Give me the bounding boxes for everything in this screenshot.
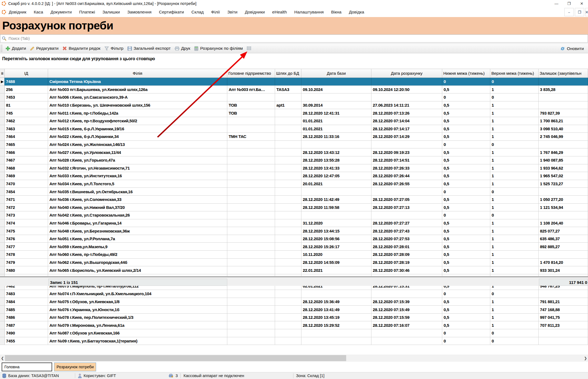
menu-item-філії[interactable]: Філії <box>211 10 220 15</box>
scroll-right-icon[interactable]: ❯ <box>583 355 588 362</box>
group-by-zone[interactable]: Перетягніть заголовок колонки сюди для у… <box>0 53 588 69</box>
cell <box>227 306 275 313</box>
table-row[interactable]: ▶7488Смірнова Тетяна Юрьївна00 <box>0 78 588 86</box>
table-row[interactable]: 7467Апт №028 г.Киев, ул.Горького,47а28.1… <box>0 156 588 164</box>
mdi-minimize-button[interactable]: – <box>564 8 574 16</box>
status-counter: 3 <box>175 374 178 378</box>
column-header-6[interactable]: Нижня межа (тижень) <box>442 69 490 78</box>
filter-button[interactable]: Фільтр <box>102 45 125 52</box>
edit-button[interactable]: Редагувати <box>28 45 60 52</box>
table-row[interactable]: 7486Апт №078 г.Киев, пер.Политехнический… <box>0 314 588 322</box>
table-row[interactable]: 7466Апт №027 г.Киев, ул.Урловская,11/442… <box>0 148 588 156</box>
column-header-7[interactable]: Верхня межа (тижень) <box>490 69 539 78</box>
print-button[interactable]: Друк <box>173 45 192 52</box>
column-header-0[interactable]: ІД <box>5 69 48 78</box>
cell: 1 940 087,85 <box>539 156 588 164</box>
cell: Апт №003 пгт.Барышевка, ул.Киевский шлях… <box>48 86 227 93</box>
menu-item-платежі[interactable]: Платежі <box>79 10 95 15</box>
table-row[interactable]: 7476Апт №051 г.Киев, ул.Р.Роллана,7а28.1… <box>0 235 588 243</box>
menu-item-довідка[interactable]: Довідка <box>349 10 364 15</box>
status-cash-register: Кассовый аппарат не подключен <box>183 374 244 378</box>
export-button[interactable]: Загальний експорт <box>125 45 173 52</box>
table-row[interactable]: 745Апт №011 г.Киев, пр-т.Победы,142аТОВ2… <box>0 109 588 117</box>
table-row[interactable]: 7474Апт №046 г.Бровары, ул.Гагарина,1431… <box>0 219 588 227</box>
table-row[interactable]: 7490Апт №087 г.Обухов ул.Киевская,16600 <box>0 329 588 337</box>
branch-calc-button[interactable]: Розрахунок по філіям <box>192 45 245 52</box>
table-row[interactable]: 7453Апт №006 г.Киев, ул.Саксаганского,39… <box>0 93 588 101</box>
table-row[interactable]: 7465Апт №024 г.Киев, ул.Жилянская,146/13… <box>0 141 588 149</box>
table-row[interactable]: 81Апт №010 г.Березань, ул. Шевченковский… <box>0 101 588 109</box>
table-row[interactable]: 7479Апт №062 г.Киев, ул.Вышгородская,44б… <box>0 259 588 267</box>
scrollbar-thumb[interactable] <box>5 355 346 361</box>
scroll-left-icon[interactable]: ❮ <box>0 355 5 362</box>
delete-row-button[interactable]: Видалити рядок <box>60 45 102 52</box>
column-header-5[interactable]: Дата розрахунку <box>371 69 442 78</box>
refresh-button[interactable]: Оновити <box>558 45 586 52</box>
horizontal-scrollbar[interactable]: ❮ ❯ <box>0 355 588 362</box>
table-row[interactable]: 7469Апт №033 г.Киев, ул.Институтская,162… <box>0 172 588 180</box>
mdi-restore-button[interactable]: ❐ <box>575 8 584 16</box>
table-row[interactable]: 7477Апт №059 г.Киев,ул.Мазепы,928.12.202… <box>0 243 588 251</box>
cell: 1 <box>490 133 539 140</box>
minimize-button[interactable]: — <box>550 0 563 7</box>
cell: 28.12.2020 07:14:04 <box>371 117 442 125</box>
cell: 7472 <box>5 204 48 211</box>
bottom-tabs: Головна Розрахунок потреби <box>0 362 588 372</box>
tab-rozrakhunok-potreby[interactable]: Розрахунок потреби <box>54 363 96 371</box>
menu-item-сертифікати[interactable]: Сертифікати <box>159 10 184 15</box>
table-row[interactable]: 7475Апт №048 г.Киев, ул.Березняковская,3… <box>0 227 588 235</box>
close-button[interactable]: ✕ <box>575 0 588 7</box>
table-row[interactable]: 7470Апт №034 г.Киев, ул.Л.Толстого,520.0… <box>0 180 588 188</box>
table-row[interactable]: 7471Апт №036 г.Киев, ул.Соломенская,3328… <box>0 196 588 204</box>
restore-button[interactable]: ❐ <box>563 0 575 7</box>
table-row[interactable]: 7487Апт №079 г.Мироновка, ул.Ленина,61а2… <box>0 321 588 329</box>
add-button[interactable]: Додати <box>4 45 28 52</box>
cell: ТОВ <box>227 109 275 117</box>
table-row[interactable]: 7455Апт №09 г.Киев, ул.Баггаутовская,1(т… <box>0 337 588 345</box>
table-row[interactable]: 7484Апт №075 г.Обухов, ул.Киевская,1/828… <box>0 298 588 306</box>
cell <box>275 219 301 227</box>
column-header-2[interactable]: Головне підприемство <box>227 69 275 78</box>
cell: Апт №076 г.Украинка, ул.Юности,1б <box>48 306 227 313</box>
menu-item-склад[interactable]: Склад <box>191 10 204 15</box>
column-header-4[interactable]: Дата бази <box>301 69 371 78</box>
cell: 1 <box>490 298 539 306</box>
table-row[interactable]: 7480Апт №065 г.Борисполь, ул.Киевский шл… <box>0 266 588 274</box>
cell: 28.12.2020 15:36:49 <box>301 298 371 306</box>
cell: 28.12.2020 07:15:49 <box>371 306 442 313</box>
menu-item-документи[interactable]: Документи <box>51 10 72 15</box>
table-row[interactable]: 7462Апт №012 г.Киев, пр-т.Воздухофлотски… <box>0 117 588 125</box>
menu-item-довідники[interactable]: Довідники <box>245 10 265 15</box>
table-row[interactable]: 7483Апт №074 г.П-Хмельницкий, ул.Б.Хмель… <box>0 290 588 298</box>
table-row[interactable]: 7478Апт №060 г.Киев, пр-т.Победы,49/210.… <box>0 251 588 259</box>
menu-item-замовлення[interactable]: Замовлення <box>127 10 152 15</box>
table-row[interactable]: 7463Апт №015 г.Киев, б-р.Л.Украинки,19/1… <box>0 125 588 133</box>
menu-item-налаштування[interactable]: Налаштування <box>294 10 324 15</box>
search-input[interactable]: Поиск (Tab) <box>0 34 588 43</box>
column-header-8[interactable]: Залишок (закупівельн <box>539 69 588 78</box>
column-header-3[interactable]: Шлях до БД <box>275 69 301 78</box>
table-row[interactable]: 7472Апт №040 г.Киев, ул.Нижний Вал,37/20… <box>0 204 588 212</box>
columns-button[interactable] <box>245 45 253 51</box>
table-row[interactable]: 7464Апт №022 г.Киев, б-р.Л.Украинки,34ТМ… <box>0 133 588 141</box>
tab-holovna[interactable]: Головна <box>2 363 52 371</box>
table-row[interactable]: 7485Апт №076 г.Украинка, ул.Юности,1б28.… <box>0 306 588 314</box>
menu-item-довідник[interactable]: Довідник <box>9 10 26 15</box>
table-row[interactable]: 7454Апт №035 г.Вишневый, ул.Октябрьская,… <box>0 188 588 196</box>
cell <box>227 290 275 298</box>
menu-item-звіти[interactable]: Звіти <box>227 10 237 15</box>
mdi-close-button[interactable]: ✕ <box>585 8 588 16</box>
column-header-1[interactable]: Філія <box>48 69 227 78</box>
menu-item-каса[interactable]: Каса <box>34 10 43 15</box>
table-row[interactable]: 256Апт №003 пгт.Барышевка, ул.Киевский ш… <box>0 86 588 94</box>
cell: Апт №022 г.Киев, б-р.Л.Украинки,34 <box>48 133 227 140</box>
menu-item-вікна[interactable]: Вікна <box>331 10 341 15</box>
cell <box>227 251 275 258</box>
cell <box>275 227 301 235</box>
table-row[interactable]: 7468Апт №032 г.Яготин, ул.Независимости,… <box>0 164 588 172</box>
row-marker <box>0 133 5 140</box>
table-row[interactable]: 7473Апт №042 г.Киев, ул.Старовокзальная,… <box>0 211 588 219</box>
menu-item-залишки[interactable]: Залишки <box>102 10 120 15</box>
menu-item-ehealth[interactable]: eHealth <box>272 10 287 15</box>
cell: Апт №036 г.Киев, ул.Соломенская,33 <box>48 196 227 203</box>
